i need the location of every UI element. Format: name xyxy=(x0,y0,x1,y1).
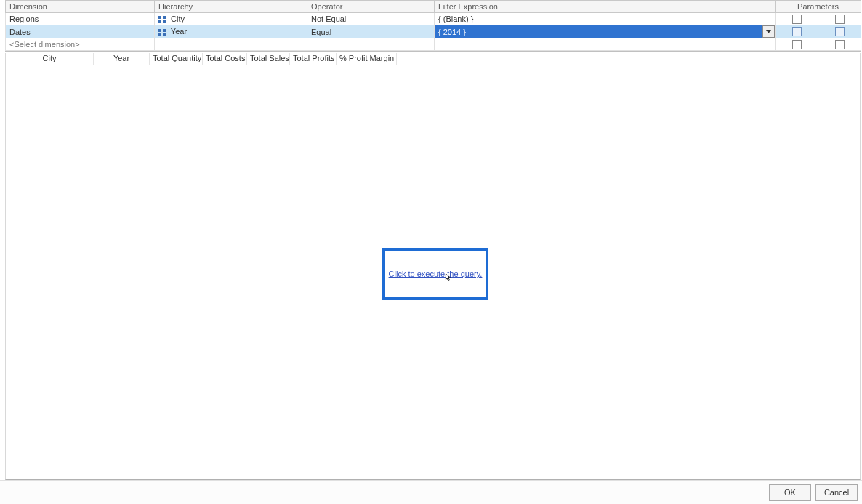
filter-expression-dropdown[interactable] xyxy=(762,25,775,38)
result-col-total-quantity[interactable]: Total Quantity xyxy=(150,53,203,65)
param-checkbox-2[interactable] xyxy=(818,38,861,51)
result-col-total-sales[interactable]: Total Sales xyxy=(247,53,290,65)
header-dimension[interactable]: Dimension xyxy=(6,1,155,13)
ok-button[interactable]: OK xyxy=(769,484,811,501)
header-filter-expression[interactable]: Filter Expression xyxy=(435,1,776,13)
result-col-total-costs[interactable]: Total Costs xyxy=(203,53,247,65)
execute-query-link[interactable]: Click to execute the query. xyxy=(389,269,483,278)
header-parameters[interactable]: Parameters xyxy=(776,1,861,13)
filter-expression-cell[interactable]: { (Blank) } xyxy=(435,13,776,25)
param-checkbox-1[interactable] xyxy=(776,25,818,38)
operator-cell[interactable]: Not Equal xyxy=(307,13,435,25)
result-col-total-profits[interactable]: Total Profits xyxy=(290,53,337,65)
param-checkbox-1[interactable] xyxy=(776,13,818,25)
result-col-city[interactable]: City xyxy=(6,53,94,65)
dialog-footer: OK Cancel xyxy=(0,480,862,504)
filter-row-selected[interactable]: Dates Year Equal { 2014 } xyxy=(6,25,861,38)
param-checkbox-2[interactable] xyxy=(818,25,861,38)
result-col-year[interactable]: Year xyxy=(94,53,150,65)
result-area: City Year Total Quantity Total Costs Tot… xyxy=(5,53,861,480)
param-checkbox-2[interactable] xyxy=(818,13,861,25)
select-dimension-placeholder[interactable]: <Select dimension> xyxy=(6,38,155,51)
hierarchy-text: Year xyxy=(171,27,187,36)
filter-row[interactable]: Regions City Not Equal { (Blank) } xyxy=(6,13,861,25)
hierarchy-cell[interactable]: City xyxy=(155,13,307,25)
operator-cell[interactable]: Equal xyxy=(307,25,435,38)
chevron-down-icon xyxy=(766,30,771,33)
hierarchy-text: City xyxy=(171,15,185,23)
result-col-profit-margin[interactable]: % Profit Margin xyxy=(337,53,397,65)
hierarchy-icon xyxy=(158,16,166,23)
dimension-cell[interactable]: Dates xyxy=(6,25,155,38)
hierarchy-cell[interactable]: Year xyxy=(155,25,307,38)
execute-query-box: Click to execute the query. xyxy=(382,248,488,300)
filter-grid: Dimension Hierarchy Operator Filter Expr… xyxy=(5,0,861,52)
result-header: City Year Total Quantity Total Costs Tot… xyxy=(6,53,860,65)
dimension-cell[interactable]: Regions xyxy=(6,13,155,25)
filter-expression-text: { 2014 } xyxy=(435,28,762,36)
param-checkbox-1[interactable] xyxy=(776,38,818,51)
cancel-button[interactable]: Cancel xyxy=(815,484,858,501)
header-hierarchy[interactable]: Hierarchy xyxy=(155,1,307,13)
filter-header-row: Dimension Hierarchy Operator Filter Expr… xyxy=(6,1,861,13)
filter-expression-cell-active[interactable]: { 2014 } xyxy=(435,25,776,38)
header-operator[interactable]: Operator xyxy=(307,1,435,13)
hierarchy-icon xyxy=(158,29,166,36)
filter-row-placeholder[interactable]: <Select dimension> xyxy=(6,38,861,51)
